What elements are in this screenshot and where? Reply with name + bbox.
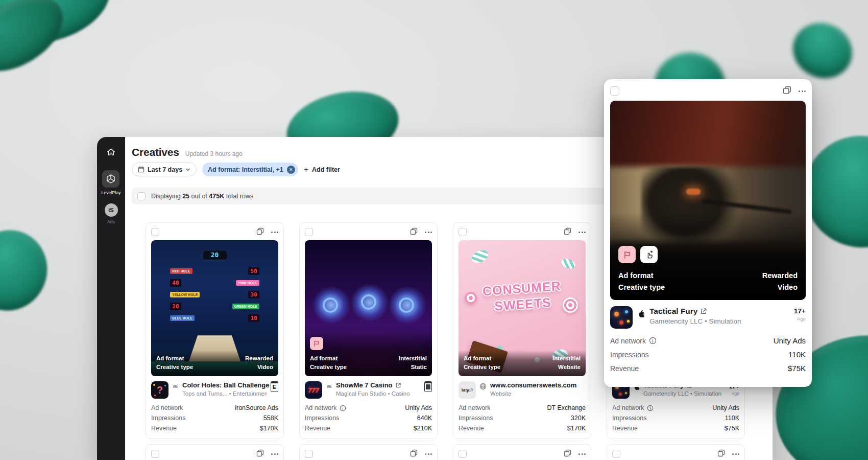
app-icon: 777	[305, 381, 322, 399]
creative-preview-large[interactable]: Ad formatRewarded Creative typeVideo	[610, 101, 806, 300]
duplicate-icon[interactable]	[256, 227, 264, 237]
flag-icon[interactable]	[618, 246, 636, 263]
skeeball-ring	[323, 297, 338, 313]
duplicate-icon[interactable]	[564, 449, 571, 459]
skeeball-ring	[361, 294, 376, 310]
app-info-row: Tactical Fury Gametencity LLC • Simulati…	[610, 306, 806, 329]
candy-shape	[470, 248, 490, 265]
calendar-icon	[138, 166, 144, 173]
card-stats: Ad network Unity Ads Impressions640K Rev…	[305, 403, 432, 433]
page-title: Creatives	[132, 146, 179, 158]
app-info-row: 777 ShowMe 7 Casino Magical Fun Studio •…	[305, 381, 432, 399]
website-icon: http://	[459, 381, 476, 399]
candy-brand-text: CONSUMER SWEETS	[482, 279, 563, 315]
chip-close-icon[interactable]: ✕	[287, 166, 295, 174]
more-options-icon[interactable]	[732, 453, 739, 455]
hole-label: BLUE HOLE	[170, 315, 194, 321]
creative-card	[146, 444, 284, 460]
select-all-checkbox[interactable]	[137, 192, 146, 200]
info-icon[interactable]	[647, 405, 654, 411]
tap-gesture-icon[interactable]	[640, 246, 658, 263]
lollipop-shape	[563, 297, 578, 313]
duplicate-icon[interactable]	[410, 449, 418, 459]
sidebar: LevelPlay iS Ads	[97, 137, 125, 460]
publisher-category: Gametencity LLC • Simulation	[643, 390, 726, 397]
card-checkbox[interactable]	[151, 228, 159, 236]
card-stats: Ad network Unity Ads Impressions110K Rev…	[610, 334, 806, 375]
creative-card	[607, 444, 745, 460]
card-stats: Ad networkDT Exchange Impressions320K Re…	[459, 403, 586, 433]
arcade-score-display: 20	[203, 250, 227, 260]
creative-overlay: Ad formatRewarded Creative typeVideo	[151, 350, 278, 376]
sidebar-item-ads[interactable]: iS Ads	[105, 203, 118, 224]
app-name: Tactical Fury	[649, 306, 697, 316]
publisher-category: Gametencity LLC • Simulation	[649, 317, 789, 325]
filter-chip-ad-format[interactable]: Ad format: Interstitial, +1 ✕	[202, 163, 298, 176]
apple-icon	[637, 309, 645, 319]
publisher-category: Tops and Turns... • Entertainment	[182, 390, 267, 397]
more-options-icon[interactable]	[271, 453, 278, 455]
card-checkbox[interactable]	[459, 228, 467, 236]
desktop-background: LevelPlay iS Ads Creatives Updated 3 hou…	[0, 0, 868, 460]
card-header	[610, 85, 806, 97]
duplicate-icon[interactable]	[783, 86, 791, 97]
age-rating: 17+Age	[794, 306, 806, 321]
card-checkbox[interactable]	[151, 450, 159, 458]
app-info-row: ? Color Holes: Ball Challenge	[151, 381, 278, 399]
creative-card: Ad formatInterstitial Creative typeStati…	[299, 222, 438, 439]
external-link-icon[interactable]	[395, 382, 401, 388]
card-checkbox[interactable]	[459, 450, 467, 458]
more-options-icon[interactable]	[578, 232, 586, 233]
more-options-icon[interactable]	[799, 90, 806, 92]
card-checkbox[interactable]	[305, 228, 313, 236]
hole-label: RED HOLE	[170, 268, 192, 274]
home-icon[interactable]	[106, 147, 116, 157]
ironsource-icon: iS	[105, 203, 118, 217]
website-url: www.consumersweets.com	[490, 381, 576, 389]
publisher-category: Website	[490, 390, 586, 397]
globe-icon	[479, 383, 487, 392]
date-range-button[interactable]: Last 7 days	[132, 163, 197, 176]
creative-card: 20 RED HOLE50 PINK HOLE40 YELLOW HOLE30 …	[146, 222, 284, 439]
unity-cube-icon	[102, 170, 119, 188]
creative-preview[interactable]: CONSUMER SWEETS Ad formatInterstitial Cr…	[459, 240, 586, 376]
app-name: ShowMe 7 Casino	[336, 381, 393, 389]
info-icon[interactable]	[649, 337, 657, 344]
card-stats: Ad network Unity Ads Impressions110K Rev…	[612, 403, 739, 433]
external-link-icon[interactable]	[700, 308, 707, 315]
android-icon	[326, 383, 332, 392]
creative-overlay: Ad formatInterstitial Creative typeStati…	[305, 333, 432, 376]
duplicate-icon[interactable]	[717, 449, 725, 459]
skeeball-ring	[399, 297, 414, 313]
publisher-category: Magical Fun Studio • Casino	[336, 390, 421, 397]
rating-badge: E	[271, 381, 278, 392]
card-header	[459, 228, 586, 236]
chevron-down-icon	[185, 167, 190, 172]
duplicate-icon[interactable]	[256, 449, 264, 459]
flag-icon[interactable]	[310, 337, 323, 350]
info-icon[interactable]	[340, 405, 346, 411]
card-checkbox[interactable]	[612, 450, 620, 458]
more-options-icon[interactable]	[578, 453, 586, 455]
app-icon	[610, 306, 633, 329]
add-filter-button[interactable]: + Add filter	[304, 166, 340, 174]
duplicate-icon[interactable]	[564, 227, 571, 237]
filter-chip-label: Ad format: Interstitial, +1	[208, 166, 283, 173]
arcade-hole-labels: RED HOLE50 PINK HOLE40 YELLOW HOLE30 GRE…	[170, 267, 259, 322]
more-options-icon[interactable]	[425, 232, 432, 233]
creative-preview[interactable]: 20 RED HOLE50 PINK HOLE40 YELLOW HOLE30 …	[151, 240, 278, 376]
sidebar-item-levelplay[interactable]: LevelPlay	[102, 170, 121, 195]
app-info-row: http:// www.consumersweets.com Website	[459, 381, 586, 399]
creative-preview[interactable]: Ad formatInterstitial Creative typeStati…	[305, 240, 432, 376]
lollipop-shape	[465, 292, 477, 304]
more-options-icon[interactable]	[425, 453, 432, 455]
card-header	[305, 228, 432, 236]
more-options-icon[interactable]	[271, 232, 278, 233]
duplicate-icon[interactable]	[410, 227, 418, 237]
teal-disc-decoration	[784, 14, 861, 88]
add-filter-label: Add filter	[312, 166, 340, 173]
card-header	[151, 228, 278, 236]
card-checkbox[interactable]	[610, 86, 619, 96]
card-checkbox[interactable]	[305, 450, 313, 458]
hole-label: PINK HOLE	[236, 280, 259, 286]
